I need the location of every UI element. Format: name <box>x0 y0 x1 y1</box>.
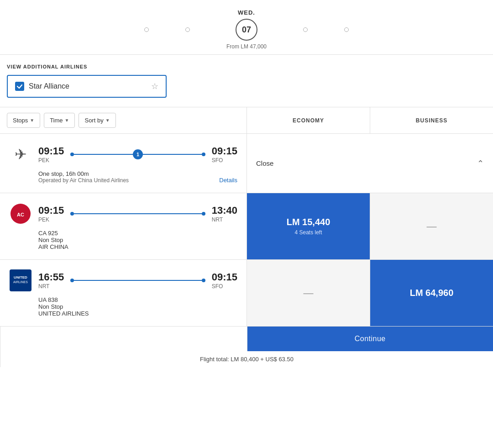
content-section: Stops ▼ Time ▼ Sort by ▼ ECONOMY BUSINES… <box>0 107 493 367</box>
flight-1-arr-airport: SFO <box>212 157 237 163</box>
svg-text:AIRLINES: AIRLINES <box>13 280 28 284</box>
flight-3-dep-time: 16:55 <box>38 271 64 283</box>
stops-arrow-icon: ▼ <box>30 118 34 123</box>
economy-header: ECONOMY <box>246 107 370 133</box>
sortby-arrow-icon: ▼ <box>105 118 110 123</box>
date-dot-1[interactable] <box>144 27 149 32</box>
flight-1-dep-airport: PEK <box>38 157 64 163</box>
flight-2-airline: AIR CHINA <box>38 243 237 250</box>
alliance-name: Star Alliance <box>29 82 69 90</box>
flight-2-sub-info: CA 925 Non Stop AIR CHINA <box>9 230 237 250</box>
flight-3-business-cell[interactable]: LM 64,960 <box>370 260 493 326</box>
flight-3-stop-type: Non Stop <box>38 303 237 310</box>
route-track: 1 <box>74 154 201 155</box>
date-selector: WED. 07 From LM 47,000 <box>0 0 493 55</box>
route-line-3 <box>74 280 201 281</box>
flight-3-airline: UNITED AIRLINES <box>38 310 237 317</box>
page-wrapper: WED. 07 From LM 47,000 VIEW ADDITIONAL A… <box>0 0 493 367</box>
flight-1-main: ✈ 09:15 PEK 1 09:15 <box>9 143 237 166</box>
flight-2-business-cell: — <box>370 193 493 259</box>
route-dot-right-3 <box>202 279 205 282</box>
flight-1-close-cell: Close ⌃ <box>246 134 493 193</box>
flight-2-dep-time: 09:15 <box>38 205 64 216</box>
flight-2-departure: 09:15 PEK <box>38 205 64 223</box>
additional-airlines-section: VIEW ADDITIONAL AIRLINES Star Alliance ☆ <box>0 55 493 107</box>
chevron-up-icon[interactable]: ⌃ <box>477 158 484 169</box>
united-logo: UNITED AIRLINES <box>9 269 32 292</box>
svg-text:UNITED: UNITED <box>14 275 27 279</box>
close-button[interactable]: Close <box>256 159 273 167</box>
flight-1-stop-info: One stop, 16h 00m <box>38 170 129 177</box>
continue-button[interactable]: Continue <box>247 327 493 351</box>
date-dot-2[interactable] <box>185 27 190 32</box>
filters-container: Stops ▼ Time ▼ Sort by ▼ <box>0 107 246 133</box>
flight-total: Flight total: LM 80,400 + US$ 63.50 <box>0 351 493 367</box>
date-dot-4[interactable] <box>344 27 349 32</box>
flight-3-dep-airport: NRT <box>38 283 64 290</box>
flight-3-business-amount: LM 64,960 <box>410 288 454 298</box>
stops-filter-button[interactable]: Stops ▼ <box>7 113 40 128</box>
continue-section: Continue Flight total: LM 80,400 + US$ 6… <box>0 327 493 367</box>
flight-2-arrival: 13:40 NRT <box>212 205 237 223</box>
flight-1-logo: ✈ <box>9 143 32 166</box>
route-dot-left-3 <box>70 279 74 282</box>
flight-1-details-text: One stop, 16h 00m Operated by Air China … <box>38 170 129 184</box>
time-filter-button[interactable]: Time ▼ <box>44 113 75 128</box>
flight-2-info: AC 09:15 PEK 13:40 NRT <box>0 193 246 259</box>
flight-2-stop-type: Non Stop <box>38 237 237 243</box>
route-line-2 <box>74 213 201 214</box>
continue-button-wrapper: Continue <box>247 327 493 351</box>
flight-1-operated: Operated by Air China United Airlines <box>38 177 129 184</box>
route-dot-right-2 <box>202 212 205 216</box>
flight-2-route <box>70 212 205 216</box>
flight-2-economy-seats: 4 Seats left <box>294 229 322 236</box>
date-from-label: From LM 47,000 <box>226 43 267 50</box>
flight-3-arrival: 09:15 SFO <box>212 271 237 290</box>
day-label: WED. <box>238 9 255 16</box>
alliance-checkbox[interactable] <box>15 82 24 91</box>
svg-text:AC: AC <box>17 212 24 217</box>
flight-1-dep-time: 09:15 <box>38 145 64 157</box>
plane-icon: ✈ <box>15 146 27 163</box>
flight-row-1: ✈ 09:15 PEK 1 09:15 <box>0 134 493 193</box>
stop-count-circle: 1 <box>133 149 143 159</box>
close-row-inner: Close ⌃ <box>256 158 484 169</box>
route-dot-left <box>70 153 74 156</box>
flight-1-arr-time: 09:15 <box>212 145 237 157</box>
flight-1-details-link[interactable]: Details <box>219 177 237 184</box>
date-item-selected[interactable]: WED. 07 From LM 47,000 <box>226 9 267 50</box>
route-dot-left-2 <box>70 212 74 216</box>
flight-2-dep-airport: PEK <box>38 216 64 223</box>
date-circle-selected[interactable]: 07 <box>236 19 257 41</box>
star-alliance-row[interactable]: Star Alliance ☆ <box>7 75 167 98</box>
flight-row-3: UNITED AIRLINES 16:55 NRT 09:15 <box>0 260 493 327</box>
filters-header-row: Stops ▼ Time ▼ Sort by ▼ ECONOMY BUSINES… <box>0 107 493 134</box>
flight-row-2: AC 09:15 PEK 13:40 NRT <box>0 193 493 260</box>
flight-2-main: AC 09:15 PEK 13:40 NRT <box>9 202 237 225</box>
date-dot-3[interactable] <box>303 27 308 32</box>
flight-2-economy-cell[interactable]: LM 15,440 4 Seats left <box>246 193 370 259</box>
route-dot-right <box>202 153 205 156</box>
continue-spacer <box>0 327 247 351</box>
star-icon[interactable]: ☆ <box>151 81 158 91</box>
sortby-filter-button[interactable]: Sort by ▼ <box>79 113 115 128</box>
flight-2-arr-time: 13:40 <box>212 205 237 216</box>
air-china-logo: AC <box>9 202 32 225</box>
alliance-left: Star Alliance <box>15 82 69 91</box>
flight-2-economy-amount: LM 15,440 <box>287 217 330 227</box>
flight-3-sub-info: UA 838 Non Stop UNITED AIRLINES <box>9 296 237 317</box>
time-arrow-icon: ▼ <box>65 118 69 123</box>
flight-3-info: UNITED AIRLINES 16:55 NRT 09:15 <box>0 260 246 326</box>
flight-3-main: UNITED AIRLINES 16:55 NRT 09:15 <box>9 269 237 292</box>
flight-3-economy-cell: — <box>246 260 370 326</box>
additional-airlines-label: VIEW ADDITIONAL AIRLINES <box>7 64 486 69</box>
flight-1-route: 1 <box>70 153 205 156</box>
flight-3-num: UA 838 <box>38 296 237 303</box>
business-header: BUSINESS <box>370 107 493 133</box>
flight-3-arr-airport: SFO <box>212 283 237 290</box>
flight-2-arr-airport: NRT <box>212 216 237 223</box>
flight-2-business-dash: — <box>427 221 437 232</box>
flight-1-details-row: One stop, 16h 00m Operated by Air China … <box>9 170 237 184</box>
flight-1-arrival: 09:15 SFO <box>212 145 237 163</box>
continue-row: Continue <box>0 327 493 351</box>
